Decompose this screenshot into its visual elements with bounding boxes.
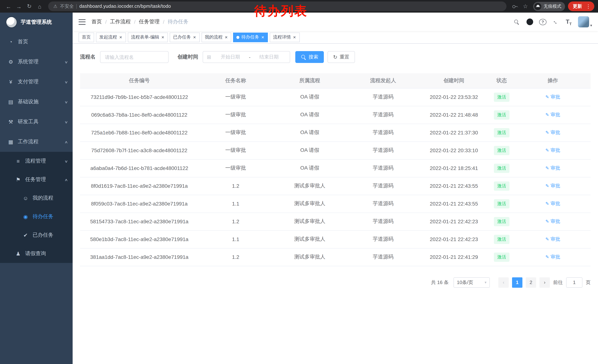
sidebar-item-todo-tasks[interactable]: ◉待办任务 [0,207,73,226]
more-icon[interactable]: ⋮ [584,3,593,9]
breadcrumb-item-workflow[interactable]: 工作流程 [110,18,131,25]
date-range-picker[interactable]: ⊞ 开始日期 - 结束日期 [203,51,290,63]
approve-button[interactable]: ✎审批 [545,112,560,118]
key-icon[interactable] [510,1,520,11]
initiator-cell: 芋道源码 [347,177,419,195]
star-icon[interactable]: ☆ [521,1,530,11]
tag-home[interactable]: 首页 [79,32,94,42]
date-start-placeholder[interactable]: 开始日期 [213,54,247,60]
close-icon[interactable]: × [193,35,196,40]
logo[interactable]: 芋道管理系统 [0,13,73,32]
approve-button[interactable]: ✎审批 [545,183,560,189]
back-icon[interactable]: ← [4,1,13,11]
security-label[interactable]: 不安全 [60,3,74,9]
status-cell: 激活 [488,248,515,266]
sidebar-item-devtools[interactable]: ⚒研发工具∨ [0,112,73,132]
fullscreen-icon[interactable]: ↔ [550,16,561,27]
approve-button[interactable]: ✎审批 [545,147,560,154]
close-icon[interactable]: × [261,35,265,40]
tag-start-process[interactable]: 发起流程× [96,32,126,42]
page-size-select[interactable]: 10条/页 ▾ [454,277,490,288]
leave-query-icon: ♟ [15,251,22,257]
sidebar-item-leave-query[interactable]: ♟请假查询 [0,244,73,263]
user-avatar[interactable]: ▾ [578,16,592,27]
next-page-button[interactable]: › [540,277,550,288]
task-id-cell: 8f059c03-7ac8-11ec-a9e2-a2380e71991a [80,195,199,212]
approve-button[interactable]: ✎审批 [545,254,560,260]
create-time-cell: 2022-01-22 18:25:41 [419,159,488,177]
sidebar-item-system[interactable]: ⚙系统管理∨ [0,52,73,72]
update-button[interactable]: 更新 ⋮ [568,1,594,11]
goto-page-input[interactable] [566,277,582,288]
close-icon[interactable]: × [224,35,228,40]
sidebar-item-label: 流程管理 [25,158,46,164]
page-button-2[interactable]: 2 [526,277,536,288]
chevron-down-icon: ∨ [64,159,68,163]
sidebar-item-payment[interactable]: ¥支付管理∨ [0,72,73,92]
close-icon[interactable]: × [293,35,296,40]
table-row: 73211d9d-7b9b-11ec-b5b7-acde48001122一级审批… [80,88,590,106]
task-name-cell: 1.2 [199,177,273,195]
address-divider [76,4,77,9]
reload-icon[interactable]: ↻ [25,1,34,11]
sidebar-item-done-tasks[interactable]: ✔已办任务 [0,226,73,244]
task-name-cell: 一级审批 [199,106,273,124]
process-cell: 测试多审批人 [273,195,347,212]
sidebar-toggle-icon[interactable] [79,19,86,25]
tag-label: 已办任务 [173,34,191,40]
approve-button[interactable]: ✎审批 [545,236,560,243]
approve-button[interactable]: ✎审批 [545,200,560,207]
sidebar-item-workflow[interactable]: ▦工作流程∧ [0,132,73,152]
home-icon[interactable]: ⌂ [35,1,44,11]
search-icon[interactable] [513,18,521,26]
table-row: 580e1b3d-7ac8-11ec-a9e2-a2380e71991a1.1测… [80,230,590,248]
incognito-badge: 无痕模式 [533,2,565,11]
tag-label: 发起流程 [99,34,117,40]
sidebar-item-task-manage[interactable]: ⚑任务管理∧ [0,170,73,189]
close-icon[interactable]: × [161,35,165,40]
task-name-cell: 一级审批 [199,141,273,159]
tag-label: 流程详情 [273,34,291,40]
url-text[interactable]: dashboard.yudao.iocoder.cn/bpm/task/todo [79,4,171,9]
help-icon[interactable] [539,19,547,25]
process-name-input[interactable] [100,51,169,63]
breadcrumb-item-task-manage[interactable]: 任务管理 [139,18,160,25]
action-cell: ✎审批 [515,230,590,248]
status-cell: 激活 [488,88,515,106]
refresh-icon: ↻ [333,54,337,60]
approve-button[interactable]: ✎审批 [545,165,560,171]
prev-page-button[interactable]: ‹ [498,277,509,288]
forward-icon[interactable]: → [14,1,24,11]
breadcrumb-item-home[interactable]: 首页 [91,18,102,25]
column-header: 创建时间 [419,73,488,88]
page-button-1[interactable]: 1 [512,277,523,288]
approve-button[interactable]: ✎审批 [545,129,560,136]
create-time-cell: 2022-01-21 22:43:55 [419,177,488,195]
date-end-placeholder[interactable]: 结束日期 [252,54,286,60]
sidebar-item-label: 首页 [18,39,28,45]
tag-process-form-edit[interactable]: 流程表单-编辑× [128,32,168,42]
tag-todo-tasks[interactable]: 待办任务× [233,32,268,42]
github-icon[interactable] [526,18,533,26]
tag-my-process[interactable]: 我的流程× [201,32,231,42]
edit-icon: ✎ [545,112,549,117]
address-bar[interactable]: ⚠ 不安全 dashboard.yudao.iocoder.cn/bpm/tas… [48,1,507,11]
breadcrumb: 首页 / 工作流程 / 任务管理 / 待办任务 [91,18,188,25]
table-row: 725a1eb6-7b88-11ec-8ef0-acde48001122一级审批… [80,124,590,141]
approve-button[interactable]: ✎审批 [545,94,560,100]
calendar-icon: ⊞ [207,54,211,60]
sidebar-item-my-process[interactable]: ☺我的流程 [0,189,73,207]
search-button[interactable]: 搜索 [295,51,324,63]
tag-done-tasks[interactable]: 已办任务× [170,32,199,42]
fontsize-icon[interactable]: T [565,18,573,26]
initiator-cell: 芋道源码 [347,106,419,124]
sidebar-item-home[interactable]: ◔首页 [0,32,73,52]
tag-process-detail[interactable]: 流程详情× [270,32,299,42]
reset-button[interactable]: ↻ 重置 [328,51,355,63]
payment-icon: ¥ [8,79,14,85]
edit-icon: ✎ [545,130,549,135]
approve-button[interactable]: ✎审批 [545,218,560,225]
sidebar-item-process-manage[interactable]: ≡流程管理∨ [0,152,73,170]
sidebar-item-infrastructure[interactable]: ▤基础设施∨ [0,92,73,112]
close-icon[interactable]: × [119,35,123,40]
